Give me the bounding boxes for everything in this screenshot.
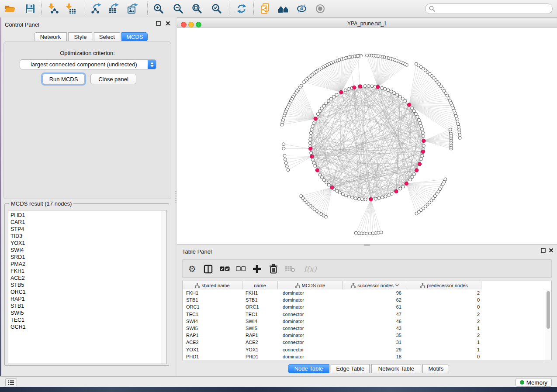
show-graphics-icon[interactable]	[313, 1, 328, 16]
toolbar-separator	[229, 3, 229, 14]
save-session-icon[interactable]	[23, 1, 38, 16]
zoom-in-icon[interactable]	[151, 1, 166, 16]
scrollbar-thumb[interactable]	[547, 291, 550, 329]
close-panel-button[interactable]: Close panel	[90, 74, 136, 84]
float-window-icon[interactable]	[156, 21, 161, 27]
import-network-icon[interactable]	[46, 1, 61, 16]
gear-icon[interactable]: ⚙	[185, 262, 199, 276]
mcds-list-scrollbar[interactable]	[161, 210, 166, 364]
memory-button[interactable]: Memory	[515, 378, 552, 387]
toolbar-separator	[41, 3, 42, 14]
refresh-icon[interactable]	[234, 1, 249, 16]
cell: 1	[407, 326, 481, 331]
double-house-icon[interactable]	[276, 1, 291, 16]
tab-style[interactable]: Style	[68, 32, 92, 41]
mcds-result-item[interactable]: SRD1	[8, 254, 159, 261]
select-value: largest connected component (undirected)	[20, 61, 148, 68]
export-image-icon[interactable]	[125, 1, 140, 16]
export-network-icon[interactable]	[90, 1, 104, 16]
float-window-icon[interactable]	[541, 248, 546, 254]
mcds-result-item[interactable]: TID3	[8, 233, 159, 240]
status-bar: Memory	[0, 376, 557, 387]
select-stepper-icon	[148, 60, 156, 69]
network-window-titlebar[interactable]: YPA_prune.txt_1	[177, 19, 557, 28]
mcds-result-item[interactable]: STB1	[8, 303, 159, 309]
column-header-successor-nodes[interactable]: successor nodes	[343, 281, 407, 289]
cell: connector	[278, 312, 343, 317]
close-window-icon[interactable]	[549, 248, 554, 254]
cell: 18	[343, 354, 407, 359]
table-row[interactable]: YOX1YOX1connector291	[183, 346, 544, 353]
network-canvas[interactable]	[177, 28, 557, 244]
table-row[interactable]: ACE2ACE2connector311	[183, 339, 544, 346]
table-scrollbar[interactable]	[545, 289, 551, 360]
mcds-result-item[interactable]: CAR1	[8, 219, 159, 226]
tab-mcds[interactable]: MCDS	[121, 32, 148, 41]
cell: FKH1	[242, 290, 278, 296]
mcds-result-item[interactable]: ORC1	[8, 289, 159, 296]
table-row[interactable]: FKH1FKH1dominator962	[183, 289, 544, 296]
cell: 29	[343, 347, 407, 352]
zoom-out-icon[interactable]	[171, 1, 186, 16]
mcds-result-item[interactable]: SWI5	[8, 309, 159, 316]
table-row[interactable]: TEC1TEC1connector472	[183, 311, 544, 318]
mcds-result-item[interactable]: ACE2	[8, 275, 159, 282]
cell: 2	[407, 319, 481, 324]
table-row[interactable]: SWI4SWI4dominator462	[183, 318, 544, 325]
mcds-result-item[interactable]: FKH1	[8, 268, 159, 275]
column-header-MCDS-role[interactable]: MCDS role	[278, 281, 343, 289]
mcds-result-item[interactable]: SWI4	[8, 247, 159, 254]
cell: 0	[407, 297, 481, 303]
search-input[interactable]	[437, 5, 549, 12]
tab-motifs[interactable]: Motifs	[422, 364, 449, 373]
table-row[interactable]: ORC1ORC1dominator610	[183, 303, 544, 310]
select-all-icon[interactable]	[218, 262, 232, 276]
mcds-result-item[interactable]: RAP1	[8, 296, 159, 303]
columns-icon[interactable]	[201, 262, 215, 276]
import-table-icon[interactable]	[63, 1, 78, 16]
column-header-shared-name[interactable]: shared name	[183, 281, 242, 289]
hide-graphics-icon[interactable]	[294, 1, 309, 16]
network-window-title: YPA_prune.txt_1	[177, 21, 557, 27]
plus-icon[interactable]	[250, 262, 264, 276]
column-header-name[interactable]: name	[242, 281, 278, 289]
table-row[interactable]: PHD1PHD1dominator180	[183, 353, 544, 360]
cell: 43	[343, 326, 407, 331]
table-row[interactable]: STB1STB1dominator620	[183, 296, 544, 303]
trash-icon[interactable]	[266, 262, 280, 276]
mcds-result-item[interactable]: TEC1	[8, 316, 159, 323]
optimization-criterion-label: Optimization criterion:	[4, 50, 171, 56]
tab-select[interactable]: Select	[94, 32, 120, 41]
zoom-fit-icon[interactable]	[190, 1, 204, 16]
optimization-criterion-select[interactable]: largest connected component (undirected)	[20, 59, 156, 69]
zoom-selected-icon[interactable]	[209, 1, 224, 16]
cell: YOX1	[183, 347, 242, 352]
cell: 0	[407, 304, 481, 309]
toolbar-separator	[84, 3, 84, 14]
tab-network-table[interactable]: Network Table	[371, 364, 421, 373]
delete-table-icon[interactable]	[283, 262, 297, 276]
mcds-result-item[interactable]: STB5	[8, 282, 159, 289]
mcds-result-item[interactable]: PHD1	[8, 212, 159, 219]
mcds-result-item[interactable]: YOX1	[8, 240, 159, 247]
share-document-icon[interactable]	[258, 1, 273, 16]
export-table-icon[interactable]	[107, 1, 121, 16]
list-icon[interactable]	[5, 378, 17, 386]
column-header-predecessor-nodes[interactable]: predecessor nodes	[407, 281, 481, 289]
open-file-icon[interactable]	[3, 1, 17, 16]
tab-node-table[interactable]: Node Table	[288, 364, 329, 373]
close-window-icon[interactable]	[166, 21, 170, 27]
run-mcds-button[interactable]: Run MCDS	[42, 74, 85, 84]
table-row[interactable]: RAP1RAP1dominator352	[183, 332, 544, 339]
tab-edge-table[interactable]: Edge Table	[331, 364, 370, 373]
tab-network[interactable]: Network	[34, 32, 67, 41]
search-box[interactable]	[425, 3, 553, 14]
table-row[interactable]: SWI5SWI5connector431	[183, 325, 544, 332]
mcds-result-item[interactable]: STP4	[8, 226, 159, 233]
mcds-result-item[interactable]: GCR1	[8, 323, 159, 330]
shared-column-icon	[420, 283, 425, 288]
deselect-all-icon[interactable]	[234, 262, 248, 276]
table-panel-tabbar: Node Table Edge Table Network Table Moti…	[288, 364, 449, 373]
fx-icon[interactable]: f(x)	[301, 262, 319, 276]
mcds-result-item[interactable]: PMA2	[8, 261, 159, 268]
